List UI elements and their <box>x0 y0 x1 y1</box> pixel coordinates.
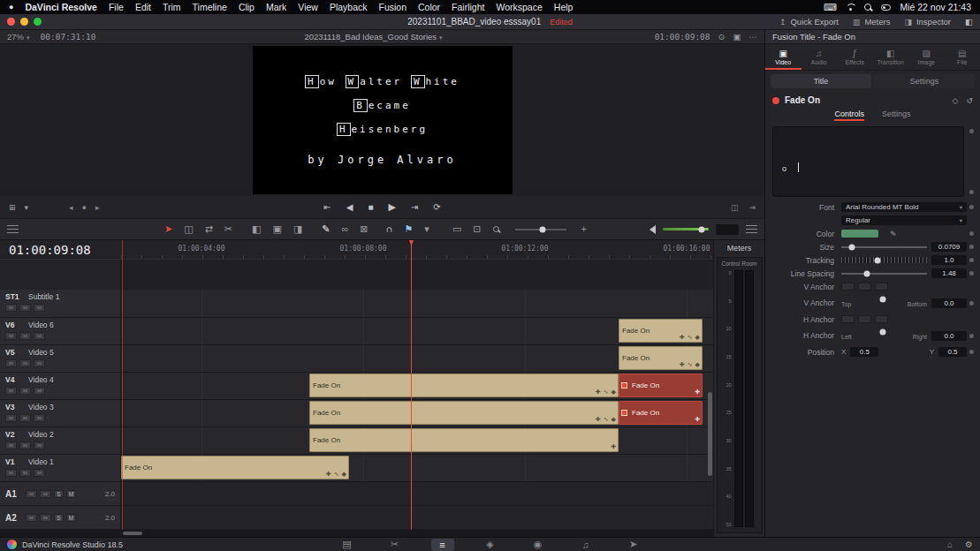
mute-button[interactable]: M <box>66 514 76 522</box>
track-lock-icon[interactable] <box>5 304 17 312</box>
track-lock-icon[interactable] <box>5 414 17 422</box>
zoom-slider-knob[interactable] <box>540 226 546 232</box>
track-lock-icon[interactable] <box>5 387 17 395</box>
timeline-clip-fade-on[interactable]: Fade On ✚ <box>309 428 619 452</box>
h-anchor-value[interactable]: 0.0 <box>931 331 967 341</box>
viewer-mode-chevron-icon[interactable]: ▾ <box>25 203 29 212</box>
font-style-dropdown[interactable]: Regular▾ <box>841 215 967 225</box>
font-family-dropdown[interactable]: Arial Rounded MT Bold▾ <box>841 202 967 212</box>
menu-playback[interactable]: Playback <box>330 2 368 12</box>
eyedropper-icon[interactable]: ✎ <box>890 230 897 238</box>
tab-video[interactable]: ▣Video <box>765 44 801 70</box>
menu-color[interactable]: Color <box>418 2 440 12</box>
apple-menu-icon[interactable]: ● <box>9 3 13 11</box>
solo-button[interactable]: S <box>54 514 64 522</box>
menu-view[interactable]: View <box>298 2 318 12</box>
flag-marker-icon[interactable]: ⚑ <box>404 224 413 234</box>
timeline-clip-fade-on[interactable]: Fade On ✚∿◆ <box>121 456 349 479</box>
speaker-icon[interactable] <box>650 225 656 234</box>
keyframe-dot[interactable] <box>969 190 974 194</box>
menu-workspace[interactable]: Workspace <box>496 2 542 12</box>
keyframe-dot[interactable] <box>969 245 974 249</box>
trim-edit-mode-tool[interactable]: ◫ <box>184 224 193 234</box>
search-icon[interactable] <box>864 4 872 11</box>
monitor-volume-slider[interactable] <box>663 228 709 230</box>
subtab-controls[interactable]: Controls <box>834 109 864 121</box>
timeline-name-dropdown[interactable]: 20231118_Bad Ideas_Good Stories▾ <box>157 32 589 42</box>
v-anchor-bottom-button[interactable] <box>875 283 888 291</box>
track-auto-select-icon[interactable] <box>34 359 45 367</box>
dynamic-trim-mode-tool[interactable]: ⇄ <box>205 224 213 234</box>
track-header-v1[interactable]: V1Video 1 <box>0 455 120 482</box>
replace-clip-button[interactable]: ◨ <box>293 224 302 234</box>
viewer-zoom-dropdown[interactable]: 27%▾ <box>7 32 30 42</box>
timeline-clip-fade-on[interactable]: Fade On ✚∿◆ <box>309 401 619 425</box>
keyframe-dot[interactable] <box>969 301 974 306</box>
track-enable-icon[interactable] <box>19 332 31 340</box>
clip-enable-toggle[interactable] <box>772 97 779 104</box>
page-cut[interactable]: ✂ <box>384 539 406 551</box>
app-menu[interactable]: DaVinci Resolve <box>25 2 97 12</box>
minimize-window-button[interactable] <box>20 18 28 26</box>
subtitle-track-icon[interactable] <box>34 304 45 312</box>
tab-transition[interactable]: ◧Transition <box>873 44 909 70</box>
track-enable-icon[interactable] <box>40 514 51 522</box>
viewer-gamepad-icon[interactable]: ⊙ <box>718 32 726 42</box>
track-header-v2[interactable]: V2Video 2 <box>0 427 120 455</box>
video-preview[interactable]: How Walter White Became Heisenberg by Jo… <box>253 46 513 194</box>
volume-knob[interactable] <box>699 226 705 232</box>
position-lock-icon[interactable]: ⊠ <box>360 224 368 234</box>
track-auto-select-icon[interactable] <box>34 387 45 395</box>
reset-icon[interactable]: ↺ <box>966 96 973 105</box>
track-lock-icon[interactable] <box>5 359 17 367</box>
timeline-clip-fade-on[interactable]: Fade On ✚∿◆ <box>619 346 703 370</box>
selected-fusion-title-clip[interactable]: Fade On ✚ <box>619 374 703 397</box>
track-header-v4[interactable]: V4Video 4 <box>0 373 120 400</box>
tab-image[interactable]: ▨Image <box>908 44 945 70</box>
timeline-lanes[interactable]: Fade On ✚∿◆ Fade On ✚∿◆ <box>121 260 713 530</box>
menu-mark[interactable]: Mark <box>266 2 286 12</box>
tab-file[interactable]: ▤File <box>945 44 980 70</box>
line-spacing-slider[interactable] <box>841 273 927 275</box>
track-lock-icon[interactable] <box>26 490 37 498</box>
track-header-a2[interactable]: A2 S M 2.0 <box>0 506 120 530</box>
h-anchor-center-button[interactable] <box>858 315 871 323</box>
davinci-logo-icon[interactable] <box>7 540 17 549</box>
keyboard-icon[interactable]: ⌨ <box>824 2 837 12</box>
selection-mode-tool[interactable]: ➤ <box>164 224 172 234</box>
tab-effects[interactable]: ƒEffects <box>837 44 873 70</box>
v-anchor-top-button[interactable] <box>841 283 855 291</box>
menu-timeline[interactable]: Timeline <box>193 2 227 12</box>
v-anchor-value[interactable]: 0.0 <box>931 298 967 308</box>
match-frame-icon[interactable]: ⇥ <box>748 203 756 212</box>
track-header-v5[interactable]: V5Video 5 <box>0 345 120 373</box>
track-enable-icon[interactable] <box>19 304 31 312</box>
tracking-value[interactable]: 1.0 <box>931 255 967 265</box>
h-anchor-knob[interactable] <box>879 328 885 335</box>
jump-to-start-button[interactable]: ⇤ <box>323 202 330 212</box>
timeline-clip-fade-on[interactable]: Fade On ✚∿◆ <box>309 374 619 397</box>
viewer-options-icon[interactable]: ⋯ <box>749 32 758 42</box>
full-extent-zoom-icon[interactable]: ▭ <box>452 224 461 234</box>
track-lock-icon[interactable] <box>5 469 17 477</box>
keyframe-dot[interactable] <box>969 231 974 236</box>
overwrite-clip-button[interactable]: ▣ <box>272 224 281 234</box>
track-header-st1[interactable]: ST1Subtitle 1 <box>0 290 120 318</box>
flag-chevron-icon[interactable]: ▾ <box>424 224 429 234</box>
stop-button[interactable]: ■ <box>368 202 373 212</box>
track-enable-icon[interactable] <box>19 442 31 449</box>
settings-segment-button[interactable]: Settings <box>874 74 975 88</box>
step-back-button[interactable]: ◀ <box>346 202 353 212</box>
line-spacing-slider-knob[interactable] <box>864 270 870 276</box>
menu-edit[interactable]: Edit <box>135 2 151 12</box>
page-edit[interactable]: ≡ <box>431 539 454 551</box>
keyframe-dot[interactable] <box>969 258 974 262</box>
tab-audio[interactable]: ♫Audio <box>801 44 838 70</box>
prev-marker-icon[interactable]: ◂ <box>69 203 73 212</box>
pen-tool[interactable]: ✎ <box>322 224 330 234</box>
loop-button[interactable]: ⟳ <box>433 202 440 212</box>
track-header-a1[interactable]: A1 S M 2.0 <box>0 482 120 506</box>
menu-file[interactable]: File <box>109 2 124 12</box>
selected-fusion-title-clip[interactable]: Fade On ✚ <box>619 401 703 425</box>
keyframe-dot[interactable] <box>969 350 974 354</box>
